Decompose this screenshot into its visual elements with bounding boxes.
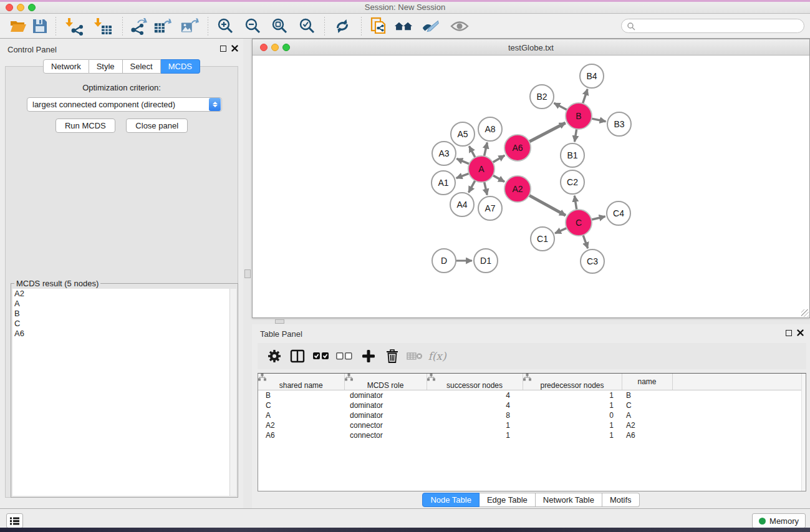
table-cell[interactable]: 1: [427, 430, 523, 440]
table-cell[interactable]: 0: [523, 410, 622, 420]
export-table-icon[interactable]: [153, 17, 172, 36]
table-cell[interactable]: B: [622, 390, 672, 400]
graph-edge-B-B1[interactable]: [574, 129, 576, 142]
import-network-icon[interactable]: [65, 17, 84, 36]
graph-edge-C-C2[interactable]: [574, 196, 576, 210]
table-cell[interactable]: A6: [258, 430, 344, 440]
tab-select[interactable]: Select: [123, 59, 161, 74]
table-cell[interactable]: 1: [523, 390, 622, 400]
graph-edge-A-A1[interactable]: [456, 173, 470, 178]
column-header-successor-nodes[interactable]: successor nodes: [427, 374, 523, 390]
refresh-icon[interactable]: [333, 17, 352, 36]
column-header-MCDS-role[interactable]: MCDS role: [344, 374, 427, 390]
tab-style[interactable]: Style: [89, 59, 123, 74]
table-delete-icon[interactable]: [405, 347, 424, 365]
graph-edge-A-A5[interactable]: [469, 146, 475, 157]
table-cell[interactable]: 4: [427, 400, 523, 410]
mcds-result-item[interactable]: A2: [12, 289, 229, 299]
graph-edge-A-A4[interactable]: [469, 180, 475, 192]
network-canvas[interactable]: AA1A2A3A4A5A6A7A8BB1B2B3B4CC1C2C3C4DD1: [253, 56, 809, 317]
gear-icon[interactable]: [265, 347, 284, 365]
zoom-selected-icon[interactable]: [298, 17, 317, 36]
memory-button[interactable]: Memory: [752, 513, 806, 528]
tab-node-table[interactable]: Node Table: [422, 493, 480, 507]
table-cell[interactable]: A: [258, 410, 344, 420]
window-resize-grip[interactable]: [801, 309, 809, 317]
table-cell[interactable]: 1: [523, 400, 622, 410]
zoom-fit-icon[interactable]: [271, 17, 289, 36]
zoom-in-icon[interactable]: [216, 17, 235, 36]
close-panel-icon[interactable]: [231, 45, 238, 52]
float-panel-icon[interactable]: [220, 46, 226, 52]
close-panel-button[interactable]: Close panel: [126, 118, 188, 133]
table-cell[interactable]: 1: [427, 420, 523, 430]
table-scrollbar[interactable]: [801, 374, 806, 491]
table-cell[interactable]: connector: [344, 430, 427, 440]
tab-network-table[interactable]: Network Table: [536, 493, 602, 507]
graph-edge-B-B2[interactable]: [554, 103, 567, 110]
houses-icon[interactable]: [394, 17, 413, 36]
table-row[interactable]: Cdominator41C: [258, 400, 806, 410]
table-cell[interactable]: dominator: [344, 400, 427, 410]
graph-edge-A6-B[interactable]: [529, 123, 566, 142]
search-field[interactable]: [621, 19, 804, 33]
run-mcds-button[interactable]: Run MCDS: [55, 118, 115, 133]
float-panel-icon[interactable]: [786, 330, 792, 336]
table-cell[interactable]: dominator: [344, 410, 427, 420]
task-history-button[interactable]: [6, 513, 23, 528]
graph-edge-A-A2[interactable]: [493, 175, 504, 181]
table-cell[interactable]: 1: [523, 420, 622, 430]
graph-edge-C-C1[interactable]: [555, 228, 567, 233]
table-row[interactable]: A2connector11A2: [258, 420, 806, 430]
graph-edge-C-C3[interactable]: [583, 235, 588, 248]
network-window-titlebar[interactable]: testGlobe.txt: [253, 39, 809, 56]
graph-edge-B-B3[interactable]: [592, 118, 606, 122]
unchecked-pair-icon[interactable]: [335, 347, 354, 365]
export-network-icon[interactable]: [128, 17, 147, 36]
column-header-predecessor-nodes[interactable]: predecessor nodes: [523, 374, 622, 390]
zoom-out-icon[interactable]: [244, 17, 263, 36]
table-cell[interactable]: 4: [427, 390, 523, 400]
graph-edge-A-A7[interactable]: [485, 181, 488, 195]
table-cell[interactable]: B: [258, 390, 344, 400]
table-cell[interactable]: A2: [258, 420, 344, 430]
graph-edge-A-A8[interactable]: [484, 142, 487, 156]
mcds-result-scrollbar[interactable]: [229, 289, 236, 496]
tab-network[interactable]: Network: [43, 59, 89, 74]
checked-pair-icon[interactable]: [312, 347, 330, 365]
close-panel-icon[interactable]: [797, 329, 804, 336]
eye-pen-icon[interactable]: [422, 17, 440, 36]
table-cell[interactable]: A2: [622, 420, 672, 430]
horizontal-splitter-handle[interactable]: [275, 319, 284, 324]
table-cell[interactable]: A6: [622, 430, 672, 440]
tab-edge-table[interactable]: Edge Table: [480, 493, 536, 507]
tab-motifs[interactable]: Motifs: [602, 493, 640, 507]
open-folder-icon[interactable]: [9, 17, 27, 36]
columns-icon[interactable]: [288, 347, 307, 365]
tab-mcds[interactable]: MCDS: [161, 59, 200, 74]
table-cell[interactable]: connector: [344, 420, 427, 430]
import-table-icon[interactable]: [94, 17, 113, 36]
table-row[interactable]: Bdominator41B: [258, 390, 806, 400]
criterion-dropdown[interactable]: largest connected component (directed): [27, 97, 222, 112]
search-input[interactable]: [635, 22, 804, 31]
table-cell[interactable]: 1: [523, 430, 622, 440]
trash-icon[interactable]: [383, 347, 402, 365]
function-icon[interactable]: f(x): [425, 347, 450, 365]
save-icon[interactable]: [31, 17, 49, 36]
mcds-result-item[interactable]: C: [12, 319, 229, 329]
graph-edge-A-A3[interactable]: [456, 158, 469, 163]
export-image-icon[interactable]: [180, 17, 199, 36]
table-cell[interactable]: 8: [427, 410, 523, 420]
plus-icon[interactable]: [359, 347, 378, 365]
documents-share-icon[interactable]: [370, 17, 388, 36]
table-cell[interactable]: A: [622, 410, 672, 420]
mcds-result-item[interactable]: A6: [12, 329, 229, 339]
column-header-name[interactable]: name: [622, 374, 672, 390]
table-row[interactable]: A6connector11A6: [258, 430, 806, 440]
graph-edge-A-A6[interactable]: [493, 155, 504, 162]
graph-edge-A2-C[interactable]: [529, 195, 566, 215]
mcds-result-item[interactable]: A: [12, 299, 229, 309]
vertical-splitter-handle[interactable]: [244, 269, 251, 278]
graph-edge-C-C4[interactable]: [591, 216, 605, 220]
